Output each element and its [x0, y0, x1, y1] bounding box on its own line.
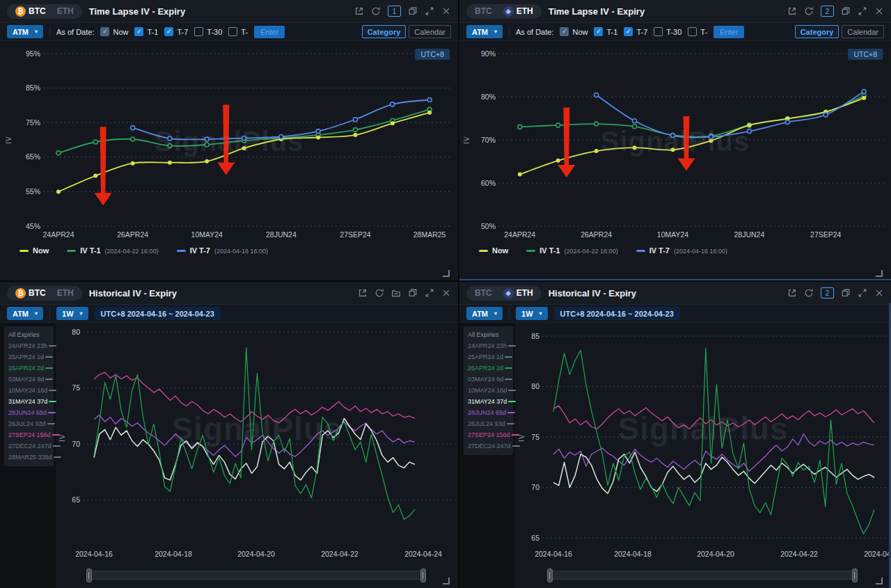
duplicate-icon[interactable]	[408, 288, 418, 298]
expiry-item[interactable]: 25APR24 1d	[8, 351, 51, 363]
checkbox[interactable]: ✓	[134, 27, 143, 36]
expiry-item[interactable]: 26JUL24 93d	[468, 418, 510, 429]
checkbox[interactable]	[194, 27, 203, 36]
checkbox[interactable]: ✓	[624, 27, 633, 36]
slider-handle-right[interactable]	[420, 569, 426, 582]
expand-icon[interactable]	[858, 6, 867, 16]
as-of-option-t30[interactable]: T-30	[194, 27, 222, 36]
expiry-item[interactable]: 24APR24 23h	[8, 340, 51, 351]
as-of-option-now[interactable]: ✓Now	[560, 27, 588, 36]
time-range-slider[interactable]	[547, 571, 858, 580]
expiry-item[interactable]: All Expiries	[8, 329, 51, 340]
checkbox[interactable]: ✓	[560, 27, 569, 36]
close-icon[interactable]	[441, 288, 451, 298]
expiry-item[interactable]: 27DEC24 247d	[8, 440, 51, 452]
close-icon[interactable]	[874, 288, 884, 298]
checkbox[interactable]	[688, 27, 697, 36]
expand-icon[interactable]	[858, 288, 867, 298]
expiry-item[interactable]: 31MAY24 37d	[468, 396, 510, 407]
strike-select[interactable]: ATM▾	[7, 307, 43, 320]
resize-corner[interactable]	[876, 270, 883, 277]
expiry-item[interactable]: 26APR24 2d	[8, 363, 51, 374]
duplicate-icon[interactable]	[408, 6, 418, 16]
expiry-item[interactable]: 10MAY24 16d	[468, 385, 510, 396]
expiry-item[interactable]: 28MAR25 338d	[8, 452, 51, 463]
checkbox[interactable]	[654, 27, 663, 36]
expiry-item[interactable]: 26APR24 2d	[468, 363, 510, 374]
resize-corner[interactable]	[443, 270, 450, 277]
as-of-option-t[interactable]: T-	[688, 27, 707, 36]
resize-corner[interactable]	[876, 578, 883, 585]
legend-item[interactable]: IV T-1(2024-04-22 16:00)	[526, 246, 617, 255]
expiry-item[interactable]: 03MAY24 9d	[468, 374, 510, 385]
slider-handle-left[interactable]	[547, 569, 553, 582]
t-custom-days-input[interactable]: Enter	[254, 26, 285, 38]
view-category-button[interactable]: Category	[795, 25, 839, 38]
legend-item[interactable]: IV T-7(2024-04-16 16:00)	[636, 246, 727, 255]
time-range-slider[interactable]	[86, 571, 426, 580]
popout-icon[interactable]	[354, 6, 364, 16]
expand-icon[interactable]	[425, 6, 434, 16]
view-calendar-button[interactable]: Calendar	[842, 25, 884, 38]
popout-icon[interactable]	[787, 288, 797, 298]
checkbox[interactable]: ✓	[164, 27, 173, 36]
expiry-item[interactable]: 25APR24 1d	[468, 351, 510, 363]
close-icon[interactable]	[874, 6, 884, 16]
view-category-button[interactable]: Category	[362, 25, 407, 38]
as-of-option-t1[interactable]: ✓T-1	[594, 27, 617, 36]
expiry-item[interactable]: 10MAY24 16d	[8, 385, 51, 396]
legend-item[interactable]: Now	[19, 246, 49, 255]
coin-eth-tab[interactable]: ◆ ETH	[498, 6, 538, 17]
as-of-option-t[interactable]: T-	[228, 27, 248, 36]
refresh-icon[interactable]	[804, 6, 814, 16]
expiry-item[interactable]: 26JUL24 93d	[8, 418, 51, 429]
window-count-badge[interactable]: 2	[821, 287, 834, 299]
close-icon[interactable]	[441, 6, 451, 16]
refresh-icon[interactable]	[374, 288, 384, 298]
checkbox[interactable]: ✓	[594, 27, 603, 36]
expiry-item[interactable]: 31MAY24 37d	[8, 396, 51, 407]
resize-corner[interactable]	[443, 578, 450, 585]
expiry-item[interactable]: 27SEP24 156d	[8, 429, 51, 440]
as-of-option-t7[interactable]: ✓T-7	[624, 27, 647, 36]
expiry-item[interactable]: 24APR24 23h	[468, 340, 510, 351]
duplicate-icon[interactable]	[841, 288, 851, 298]
refresh-icon[interactable]	[804, 288, 814, 298]
expiry-item[interactable]: 27DEC24 247d	[468, 440, 510, 452]
coin-btc-tab[interactable]: BTC	[470, 287, 497, 299]
legend-item[interactable]: IV T-7(2024-04-16 16:00)	[177, 246, 268, 255]
window-count-badge[interactable]: 2	[821, 6, 834, 17]
coin-eth-tab[interactable]: ◆ ETH	[498, 287, 538, 299]
coin-btc-tab[interactable]: BTC	[470, 6, 497, 17]
as-of-option-t7[interactable]: ✓T-7	[164, 27, 188, 36]
duplicate-icon[interactable]	[841, 6, 851, 16]
legend-item[interactable]: Now	[479, 246, 508, 255]
expiry-item[interactable]: 03MAY24 9d	[8, 374, 51, 385]
expand-icon[interactable]	[425, 288, 434, 298]
as-of-option-t30[interactable]: T-30	[654, 27, 681, 36]
coin-eth-tab[interactable]: ETH	[52, 287, 79, 299]
period-select[interactable]: 1W▾	[516, 307, 548, 320]
expiry-item[interactable]: 28JUN24 65d	[468, 407, 510, 418]
expiry-item[interactable]: 28JUN24 65d	[8, 407, 51, 418]
period-select[interactable]: 1W▾	[56, 307, 88, 320]
checkbox[interactable]	[228, 27, 237, 36]
folder-icon[interactable]	[391, 288, 401, 298]
t-custom-days-input[interactable]: Enter	[713, 26, 744, 38]
coin-btc-tab[interactable]: ₿ BTC	[10, 6, 51, 17]
view-calendar-button[interactable]: Calendar	[409, 25, 451, 38]
strike-select[interactable]: ATM▾	[7, 25, 43, 38]
refresh-icon[interactable]	[371, 6, 381, 16]
slider-handle-right[interactable]	[852, 569, 858, 582]
slider-handle-left[interactable]	[86, 569, 92, 582]
as-of-option-now[interactable]: ✓Now	[100, 27, 128, 36]
coin-eth-tab[interactable]: ETH	[52, 6, 79, 17]
window-count-badge[interactable]: 1	[388, 6, 401, 17]
legend-item[interactable]: IV T-1(2024-04-22 16:00)	[67, 246, 158, 255]
expiry-item[interactable]: All Expiries	[468, 329, 510, 340]
strike-select[interactable]: ATM▾	[466, 25, 503, 38]
strike-select[interactable]: ATM▾	[466, 307, 503, 320]
checkbox[interactable]: ✓	[100, 27, 109, 36]
coin-btc-tab[interactable]: ₿ BTC	[10, 287, 51, 299]
popout-icon[interactable]	[358, 288, 368, 298]
